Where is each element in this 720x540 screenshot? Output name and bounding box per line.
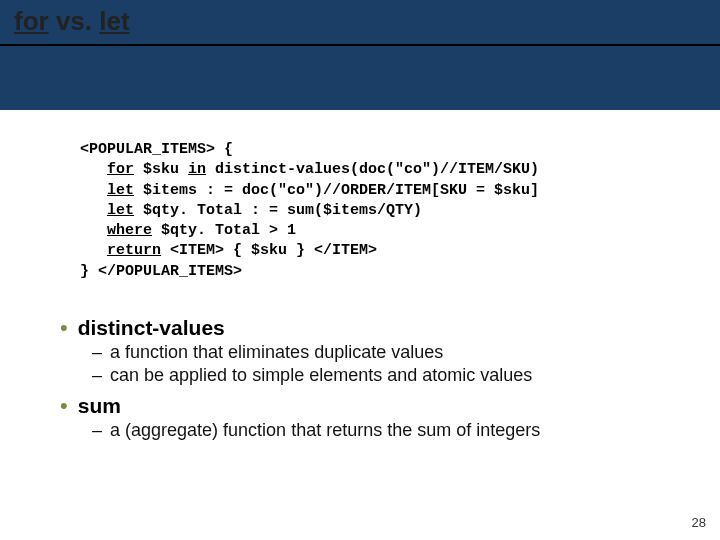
- code-l2-for: for: [107, 161, 134, 178]
- code-l6-return: return: [107, 242, 161, 259]
- sub-bullet-text: a function that eliminates duplicate val…: [110, 342, 443, 363]
- sub-bullet-text: a (aggregate) function that returns the …: [110, 420, 540, 441]
- sub-bullet: – can be applied to simple elements and …: [92, 365, 694, 386]
- sub-bullet-text: can be applied to simple elements and at…: [110, 365, 532, 386]
- code-l2-in: in: [188, 161, 206, 178]
- title-mid: vs.: [49, 6, 100, 36]
- bullet-label: distinct-values: [78, 316, 225, 340]
- slide-title: for vs. let: [14, 6, 130, 37]
- dash-icon: –: [92, 365, 102, 386]
- bullet-distinct-values: • distinct-values: [60, 316, 694, 340]
- code-l6-rest: <ITEM> { $sku } </ITEM>: [161, 242, 377, 259]
- code-l2-rest: distinct-values(doc("co")//ITEM/SKU): [206, 161, 539, 178]
- code-l2-m1: $sku: [134, 161, 188, 178]
- bullet-dot-icon: •: [60, 317, 68, 339]
- bullet-list: • distinct-values – a function that elim…: [26, 282, 694, 441]
- code-l4-rest: $qty. Total : = sum($items/QTY): [134, 202, 422, 219]
- code-l3-let: let: [107, 182, 134, 199]
- bullet-sum: • sum: [60, 394, 694, 418]
- dash-icon: –: [92, 342, 102, 363]
- code-l7: } </POPULAR_ITEMS>: [80, 263, 242, 280]
- code-l1: <POPULAR_ITEMS> {: [80, 141, 233, 158]
- code-l5-rest: $qty. Total > 1: [152, 222, 296, 239]
- title-kw-let: let: [99, 6, 129, 36]
- bullet-label: sum: [78, 394, 121, 418]
- code-l5-where: where: [107, 222, 152, 239]
- code-l3-rest: $items : = doc("co")//ORDER/ITEM[SKU = $…: [134, 182, 539, 199]
- title-kw-for: for: [14, 6, 49, 36]
- slide-header: for vs. let: [0, 0, 720, 110]
- code-l4-let: let: [107, 202, 134, 219]
- slide-content: <POPULAR_ITEMS> { for $sku in distinct-v…: [0, 110, 720, 441]
- sub-bullet: – a (aggregate) function that returns th…: [92, 420, 694, 441]
- bullet-dot-icon: •: [60, 395, 68, 417]
- code-block: <POPULAR_ITEMS> { for $sku in distinct-v…: [26, 126, 694, 282]
- page-number: 28: [692, 515, 706, 530]
- dash-icon: –: [92, 420, 102, 441]
- sub-bullet: – a function that eliminates duplicate v…: [92, 342, 694, 363]
- title-underline: [0, 44, 720, 46]
